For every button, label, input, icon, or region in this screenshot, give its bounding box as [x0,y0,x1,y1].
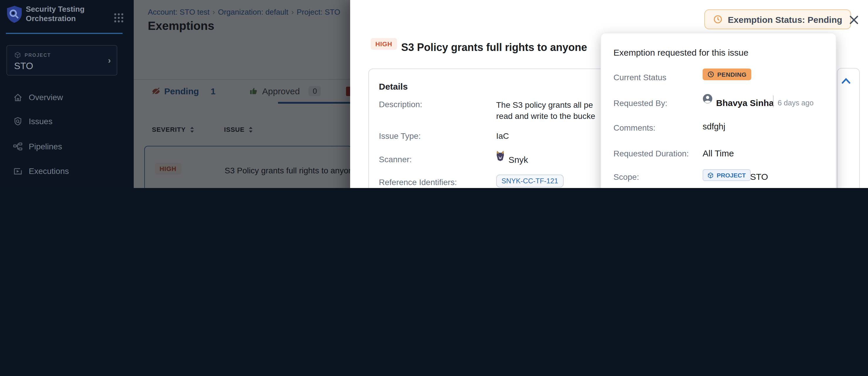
sidebar-accent-divider [6,33,123,34]
project-selector[interactable]: PROJECT STO › [6,45,117,75]
sidebar-item-label: Executions [29,166,69,176]
app-switcher-grid-9-icon[interactable] [114,13,124,23]
modal-dim-overlay[interactable] [134,0,350,188]
exemption-request-popup: Exemption requested for this issue Curre… [600,33,836,188]
issue-type-value: IaC [496,131,509,141]
description-value: The S3 policy grants all pe read and wri… [496,100,595,122]
cube-icon [707,172,714,178]
pending-status-badge: PENDING [703,69,751,80]
clock-icon [707,71,714,78]
scope-label: Scope: [614,172,639,181]
project-cube-icon [14,52,21,59]
project-selector-label: PROJECT [25,53,51,58]
requested-duration-label: Requested Duration: [614,149,689,158]
popup-heading: Exemption requested for this issue [614,47,748,58]
requested-by-value: Bhavya Sinha [716,98,774,108]
requested-ago: 6 days ago [778,99,813,107]
issue-title: S3 Policy grants full rights to anyone [401,42,587,54]
project-selector-value: STO [14,61,33,71]
chevron-right-icon: › [108,55,111,65]
shield-search-icon [13,116,23,126]
sidebar-item-executions[interactable]: Executions [0,161,134,181]
sidebar-item-overview[interactable]: Overview [0,87,134,107]
snyk-logo [496,150,504,162]
severity-badge: HIGH [371,38,397,50]
home-icon [13,92,23,102]
chevron-up-icon[interactable] [842,78,850,84]
issue-type-label: Issue Type: [379,131,421,141]
sidebar-item-label: Issues [29,116,53,126]
value-divider [773,96,774,107]
reference-identifiers-label: Reference Identifiers: [379,177,457,187]
scope-project-chip: PROJECT [703,169,750,181]
comments-value: sdfghj [703,122,725,131]
clock-icon [713,14,722,24]
scope-value: STO [750,172,768,181]
exemption-status-chip[interactable]: Exemption Status: Pending [704,9,851,29]
app-logo-shield-icon [6,5,22,24]
sidebar-item-label: Overview [29,93,63,102]
app-window: Security Testing Orchestration PROJECT S… [0,0,868,188]
scanner-label: Scanner: [379,155,412,164]
reference-identifier-chip[interactable]: SNYK-CC-TF-121 [496,174,563,187]
sidebar: Security Testing Orchestration PROJECT S… [0,0,134,188]
exemption-side-card [837,68,860,188]
pipelines-icon [13,141,23,151]
avatar-icon [703,94,713,104]
requested-by-label: Requested By: [614,98,668,108]
sidebar-item-label: Pipelines [29,142,62,151]
scanner-value: Snyk [508,155,528,165]
description-label: Description: [379,100,422,109]
sidebar-item-test-targets[interactable]: Test Targets [0,185,134,188]
close-icon[interactable] [849,15,859,25]
details-heading: Details [379,81,408,91]
comments-label: Comments: [614,123,655,132]
app-title: Security Testing Orchestration [26,5,85,24]
sidebar-item-issues[interactable]: Issues [0,111,134,131]
executions-play-icon [13,166,23,176]
requested-duration-value: All Time [703,148,734,158]
sidebar-item-pipelines[interactable]: Pipelines [0,136,134,157]
exemption-status-chip-label: Exemption Status: Pending [728,14,842,24]
current-status-label: Current Status [614,73,666,82]
